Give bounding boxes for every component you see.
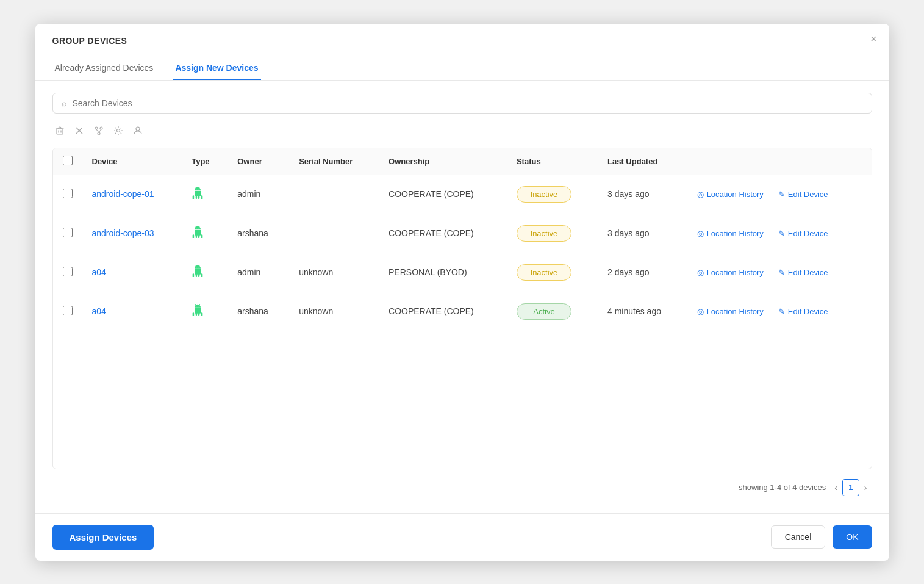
status-cell-2: Inactive [507,253,598,292]
serial-cell-0 [289,175,379,214]
col-owner: Owner [227,148,289,175]
col-ownership: Ownership [379,148,507,175]
search-bar: ⌕ [52,93,872,114]
assign-devices-button[interactable]: Assign Devices [52,525,154,550]
serial-cell-1 [289,214,379,253]
ownership-cell-3: COOPERATE (COPE) [379,292,507,331]
modal-title: GROUP DEVICES [52,36,872,46]
svg-point-8 [98,132,100,135]
action-cell-2: ◎ Location History ✎ Edit Device [697,268,862,277]
select-all-checkbox[interactable] [63,156,73,165]
next-page-button[interactable]: › [862,483,870,492]
location-icon-0: ◎ [697,190,704,199]
location-icon-1: ◎ [697,229,704,238]
location-icon-2: ◎ [697,268,704,277]
table-row: android-cope-01 admin COOPERATE (COPE) I… [53,175,872,214]
status-badge-2: Inactive [517,264,571,281]
status-badge-3: Active [517,303,571,320]
device-link-1[interactable]: android-cope-03 [92,228,154,238]
svg-rect-0 [57,129,63,134]
location-history-link-1[interactable]: ◎ Location History [697,229,764,238]
owner-cell-2: admin [227,253,289,292]
ownership-cell-0: COOPERATE (COPE) [379,175,507,214]
edit-icon-2: ✎ [778,268,785,277]
settings-icon[interactable] [113,126,123,138]
android-icon-1 [192,228,204,240]
modal: GROUP DEVICES × Already Assigned Devices… [35,24,889,561]
status-badge-1: Inactive [517,225,571,242]
toolbar [52,126,872,138]
edit-device-link-0[interactable]: ✎ Edit Device [778,190,828,199]
tab-already-assigned[interactable]: Already Assigned Devices [52,57,156,80]
status-cell-0: Inactive [507,175,598,214]
col-type: Type [182,148,227,175]
owner-cell-0: admin [227,175,289,214]
cancel-button[interactable]: Cancel [771,525,826,549]
location-history-link-3[interactable]: ◎ Location History [697,307,764,316]
location-icon-3: ◎ [697,307,704,316]
close-button[interactable]: × [870,34,877,45]
edit-icon-1: ✎ [778,229,785,238]
user-icon[interactable] [133,126,143,138]
action-cell-3: ◎ Location History ✎ Edit Device [697,307,862,316]
delete-icon[interactable] [55,126,65,138]
modal-footer: Assign Devices Cancel OK [35,513,889,561]
row-checkbox-0[interactable] [63,189,73,198]
location-history-link-0[interactable]: ◎ Location History [697,190,764,199]
svg-line-9 [96,129,99,132]
footer-right-buttons: Cancel OK [771,525,872,549]
device-link-3[interactable]: a04 [92,306,106,316]
row-checkbox-3[interactable] [63,306,73,315]
android-icon-0 [192,189,204,201]
last-updated-cell-2: 2 days ago [598,253,687,292]
prev-page-button[interactable]: ‹ [832,483,840,492]
device-link-2[interactable]: a04 [92,267,106,277]
edit-device-link-3[interactable]: ✎ Edit Device [778,307,828,316]
location-history-link-2[interactable]: ◎ Location History [697,268,764,277]
table-row: android-cope-03 arshana COOPERATE (COPE)… [53,214,872,253]
ownership-cell-1: COOPERATE (COPE) [379,214,507,253]
edit-device-link-1[interactable]: ✎ Edit Device [778,229,828,238]
modal-header: GROUP DEVICES × Already Assigned Devices… [35,24,889,81]
status-cell-3: Active [507,292,598,331]
svg-point-11 [116,129,120,132]
page-1-button[interactable]: 1 [842,479,859,496]
last-updated-cell-1: 3 days ago [598,214,687,253]
col-last-updated: Last Updated [598,148,687,175]
serial-cell-2: unknown [289,253,379,292]
pagination-info: showing 1-4 of 4 devices [739,483,826,492]
devices-table: Device Type Owner Serial Number Ownershi… [52,148,872,469]
status-badge-0: Inactive [517,186,571,203]
svg-line-10 [99,129,101,132]
svg-point-6 [95,127,98,129]
page-nav: ‹ 1 › [832,479,869,496]
row-checkbox-2[interactable] [63,267,73,276]
col-actions [687,148,872,175]
merge-icon[interactable] [94,126,104,138]
ok-button[interactable]: OK [833,525,872,549]
serial-cell-3: unknown [289,292,379,331]
edit-icon-3: ✎ [778,307,785,316]
search-icon: ⌕ [62,98,66,108]
svg-point-7 [100,127,102,129]
tabs: Already Assigned Devices Assign New Devi… [52,57,872,80]
status-cell-1: Inactive [507,214,598,253]
edit-device-link-2[interactable]: ✎ Edit Device [778,268,828,277]
table-row: a04 admin unknown PERSONAL (BYOD) Inacti… [53,253,872,292]
pagination: showing 1-4 of 4 devices ‹ 1 › [52,469,872,501]
close-icon[interactable] [74,126,84,138]
android-icon-3 [192,306,204,319]
modal-body: ⌕ [35,81,889,513]
edit-icon-0: ✎ [778,190,785,199]
android-icon-2 [192,267,204,279]
col-device: Device [82,148,182,175]
col-serial: Serial Number [289,148,379,175]
owner-cell-3: arshana [227,292,289,331]
ownership-cell-2: PERSONAL (BYOD) [379,253,507,292]
table-row: a04 arshana unknown COOPERATE (COPE) Act… [53,292,872,331]
last-updated-cell-3: 4 minutes ago [598,292,687,331]
search-input[interactable] [73,98,863,108]
device-link-0[interactable]: android-cope-01 [92,189,154,199]
row-checkbox-1[interactable] [63,228,73,237]
tab-assign-new[interactable]: Assign New Devices [173,57,260,80]
